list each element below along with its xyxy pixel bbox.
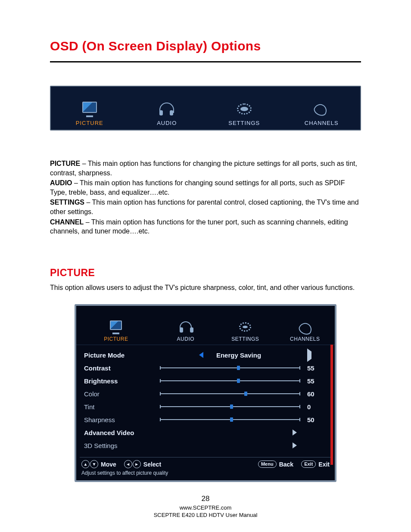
sharpness-value: 50 [303,416,327,423]
color-value: 60 [303,390,327,398]
sharpness-slider [160,419,300,420]
gear-icon [237,320,254,334]
3d-settings-label: 3D Settings [84,442,157,449]
tint-slider [160,406,300,407]
brightness-label: Brightness [84,377,157,385]
headphones-icon [157,101,177,117]
satellite-dish-icon [296,320,314,334]
panel-tab-picture: PICTURE [76,306,156,345]
osd-picture-panel: PICTURE AUDIO SETTINGS CHANNELS Picture … [75,304,336,482]
picture-mode-label: Picture Mode [84,352,157,359]
nav-back-label: Back [279,461,293,468]
right-key-icon: ► [133,460,141,468]
desc-picture-label: PICTURE [50,160,80,167]
color-slider [160,393,300,394]
contrast-label: Contrast [84,364,157,372]
option-descriptions: PICTURE – This main option has functions… [50,159,361,236]
title-rule [50,61,361,62]
desc-settings-text: – This main option has functions for par… [50,199,359,215]
sharpness-label: Sharpness [84,416,157,423]
row-sharpness: Sharpness 50 [84,413,327,426]
panel-tabs: PICTURE AUDIO SETTINGS CHANNELS [76,306,335,345]
section-heading-picture: PICTURE [50,267,361,279]
gear-icon [234,101,254,117]
osd-tab-settings-label: SETTINGS [228,120,260,126]
panel-tab-settings-label: SETTINGS [231,336,259,342]
osd-tab-audio: AUDIO [128,87,206,130]
footer-manual: SCEPTRE E420 LED HDTV User Manual [0,511,411,519]
panel-hint: Adjust settings to affect picture qualit… [76,469,335,479]
panel-tab-channels: CHANNELS [275,306,335,345]
page-number: 28 [0,494,411,504]
color-label: Color [84,390,157,398]
brightness-slider [160,380,300,381]
panel-tab-audio-label: AUDIO [177,336,195,342]
row-brightness: Brightness 55 [84,374,327,387]
osd-top-bar: PICTURE AUDIO SETTINGS CHANNELS [50,86,361,131]
panel-tab-settings: SETTINGS [215,306,275,345]
satellite-dish-icon [311,101,331,117]
section-intro: This option allows users to adjust the T… [50,283,361,292]
contrast-value: 55 [303,364,327,372]
row-advanced-video: Advanced Video [84,426,327,439]
monitor-icon [80,101,100,117]
down-key-icon: ▼ [90,460,98,468]
osd-tab-picture-label: PICTURE [76,120,103,126]
headphones-icon [177,320,194,334]
tint-value: 0 [303,403,327,411]
osd-tab-channels: CHANNELS [283,87,361,130]
nav-move-label: Move [101,461,116,468]
monitor-icon [107,320,125,334]
nav-select-label: Select [143,461,161,468]
desc-channel-label: CHANNEL [50,218,84,226]
picture-mode-value: Energy Saving [216,352,261,359]
footer-url: www.SCEPTRE.com [0,504,411,512]
page-title: OSD (On Screen Display) Options [50,39,361,53]
left-arrow-icon [199,352,203,358]
row-contrast: Contrast 55 [84,361,327,374]
row-picture-mode: Picture Mode Energy Saving [84,348,327,361]
osd-tab-audio-label: AUDIO [157,120,177,126]
osd-tab-channels-label: CHANNELS [305,120,339,126]
desc-picture-text: – This main option has functions for cha… [50,160,357,177]
nav-select: ◄► Select [124,460,161,468]
nav-move: ▲▼ Move [81,460,116,468]
nav-back: Menu Back [258,460,293,468]
osd-tab-picture: PICTURE [51,87,128,130]
nav-exit-label: Exit [318,461,330,468]
osd-tab-settings: SETTINGS [206,87,283,130]
desc-channel-text: – This main option has functions for the… [50,218,348,235]
exit-key-icon: Exit [301,460,316,468]
desc-audio-label: AUDIO [50,179,72,187]
brightness-value: 55 [303,377,327,385]
panel-navbar: ▲▼ Move ◄► Select Menu Back Exit Exit [80,457,331,469]
right-arrow-icon [293,442,297,448]
right-arrow-icon [307,348,311,362]
row-3d-settings: 3D Settings [84,439,327,452]
contrast-slider [160,367,300,368]
advanced-video-label: Advanced Video [84,429,157,436]
up-key-icon: ▲ [81,460,90,468]
page-footer: 28 www.SCEPTRE.com SCEPTRE E420 LED HDTV… [0,494,411,519]
row-tint: Tint 0 [84,400,327,413]
menu-key-icon: Menu [258,460,277,468]
tint-label: Tint [84,403,157,411]
row-color: Color 60 [84,387,327,400]
desc-settings-label: SETTINGS [50,199,84,206]
right-arrow-icon [293,429,297,436]
panel-tab-audio: AUDIO [156,306,215,345]
left-key-icon: ◄ [124,460,132,468]
panel-tab-picture-label: PICTURE [104,336,128,342]
nav-exit: Exit Exit [301,460,330,468]
desc-audio-text: – This main option has functions for cha… [50,179,345,196]
panel-tab-channels-label: CHANNELS [290,336,320,342]
